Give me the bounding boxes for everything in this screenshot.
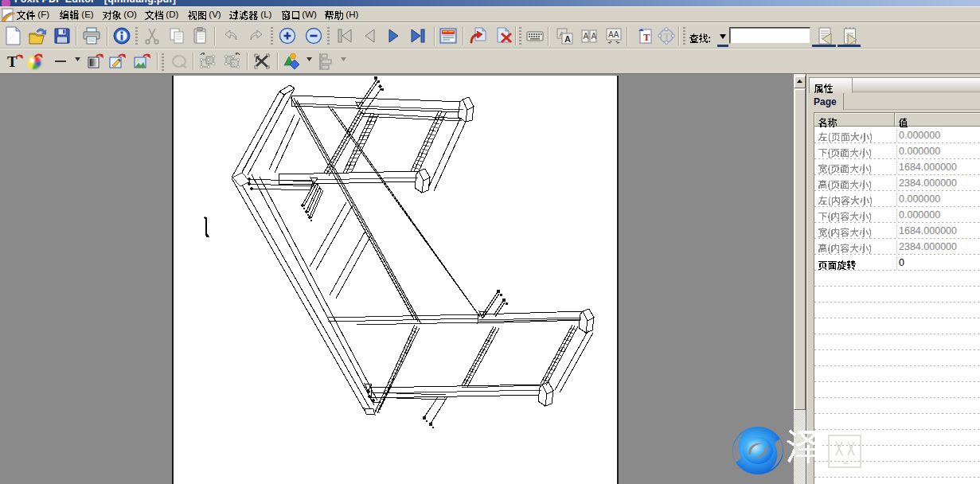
- svg-text:T: T: [664, 31, 670, 42]
- svg-text:AA: AA: [608, 30, 619, 39]
- svg-text:A: A: [564, 34, 571, 44]
- svg-text:T: T: [7, 53, 18, 70]
- svg-text:A: A: [592, 32, 597, 41]
- svg-text:A: A: [584, 32, 589, 41]
- svg-text:T: T: [643, 31, 650, 43]
